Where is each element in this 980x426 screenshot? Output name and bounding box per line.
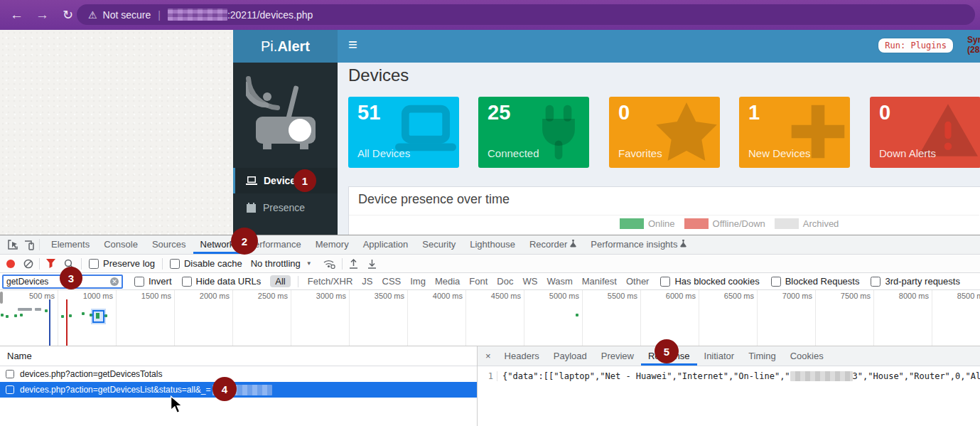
response-tab-cookies[interactable]: Cookies: [783, 347, 831, 366]
inspect-element-icon[interactable]: [7, 239, 18, 250]
throttling-select[interactable]: No throttling: [251, 258, 301, 269]
tab-label: Performance insights: [591, 235, 677, 254]
filter-type-wasm[interactable]: Wasm: [546, 276, 572, 287]
summary-card-connected[interactable]: 25Connected: [478, 97, 589, 168]
timeline-scroll-nub[interactable]: [0, 292, 3, 304]
tab-label: Lighthouse: [470, 235, 515, 254]
invert-label: Invert: [149, 276, 172, 287]
close-icon[interactable]: ×: [478, 351, 497, 361]
app-header: [233, 30, 980, 63]
desktop-background: [0, 30, 233, 235]
tab-label: Recorder: [529, 235, 567, 254]
filter-type-js[interactable]: JS: [362, 276, 372, 287]
back-icon[interactable]: ←: [10, 0, 23, 30]
forward-icon[interactable]: →: [36, 0, 49, 30]
sidebar-item-presence[interactable]: Presence: [233, 193, 340, 222]
response-tab-payload[interactable]: Payload: [546, 347, 594, 366]
response-text-prefix: {"data":[["laptop","Net - Huawei","Inter…: [502, 371, 790, 381]
checkbox-blocked-requests[interactable]: [771, 277, 781, 287]
filter-type-css[interactable]: CSS: [382, 276, 402, 287]
request-list-header[interactable]: Name: [0, 346, 477, 366]
invert-checkbox[interactable]: [134, 277, 144, 287]
tab-security[interactable]: Security: [415, 235, 463, 254]
response-body: 1 {"data":[["laptop","Net - Huawei","Int…: [478, 366, 980, 381]
run-plugins-button[interactable]: Run: Plugins: [878, 38, 953, 53]
filter-type-fetch-xhr[interactable]: Fetch/XHR: [308, 276, 353, 287]
card-value: 0: [879, 101, 890, 124]
row-checkbox[interactable]: [6, 385, 14, 394]
checkbox-3rd-party-requests[interactable]: [871, 277, 881, 287]
timeline-gridline: [699, 290, 699, 346]
response-tab-preview[interactable]: Preview: [594, 347, 641, 366]
request-dot: [104, 314, 107, 317]
response-tab-initiator[interactable]: Initiator: [697, 347, 742, 366]
hamburger-menu-icon[interactable]: ≡: [348, 36, 357, 54]
filter-type-media[interactable]: Media: [435, 276, 460, 287]
chart-legend: OnlineOffline/DownArchived: [620, 218, 839, 229]
tab-memory[interactable]: Memory: [308, 235, 356, 254]
reload-icon[interactable]: ↻: [63, 0, 73, 30]
redacted-mac: [790, 371, 853, 381]
timeline-tick-label: 7000 ms: [774, 292, 812, 300]
tab-console[interactable]: Console: [97, 235, 145, 254]
summary-card-down-alerts[interactable]: 0Down Alerts: [870, 97, 980, 168]
legend-swatch: [775, 218, 799, 229]
card-label: Connected: [488, 147, 539, 159]
hide-data-urls-checkbox[interactable]: [182, 277, 192, 287]
table-row[interactable]: devices.php?action=getDevicesTotals: [0, 366, 477, 382]
selected-request-marker[interactable]: [92, 310, 104, 323]
tab-label: Cookies: [790, 347, 824, 366]
tab-elements[interactable]: Elements: [44, 235, 97, 254]
table-row[interactable]: devices.php?action=getDevicesList&status…: [0, 382, 477, 398]
response-tab-timing[interactable]: Timing: [741, 347, 783, 366]
timeline-gridline: [815, 290, 816, 346]
record-network-log-icon[interactable]: [6, 260, 15, 268]
tab-label: Console: [104, 235, 138, 254]
sidebar-item-devices[interactable]: Devices: [233, 168, 340, 193]
redacted-host: [168, 9, 227, 21]
summary-card-new-devices[interactable]: 1New Devices: [739, 97, 850, 168]
logo-pi: Pi.: [261, 38, 277, 54]
timeline-tick-label: 1000 ms: [75, 292, 113, 300]
toggle-device-toolbar-icon[interactable]: [23, 240, 35, 250]
timeline-gridline: [582, 290, 583, 346]
export-har-icon[interactable]: [367, 259, 377, 269]
summary-card-all-devices[interactable]: 51All Devices: [348, 97, 459, 168]
filter-type-img[interactable]: Img: [410, 276, 426, 287]
network-overview-timeline[interactable]: 500 ms1000 ms1500 ms2000 ms2500 ms3000 m…: [0, 290, 980, 346]
tab-sources[interactable]: Sources: [145, 235, 193, 254]
address-bar[interactable]: ⚠ Not secure | :20211/devices.php: [77, 4, 975, 25]
clear-network-log-icon[interactable]: [23, 259, 33, 269]
response-tab-headers[interactable]: Headers: [497, 347, 546, 366]
tab-label: Preview: [601, 347, 634, 366]
timeline-tick-label: 5000 ms: [541, 292, 579, 300]
row-checkbox[interactable]: [6, 370, 14, 378]
page-title: Devices: [348, 65, 409, 85]
summary-card-favorites[interactable]: 0Favorites: [609, 97, 720, 168]
header-corner-text: Syn (28,: [967, 35, 980, 56]
tab-application[interactable]: Application: [356, 235, 416, 254]
tab-performance-insights[interactable]: Performance insights: [583, 235, 694, 254]
disable-cache-label: Disable cache: [184, 258, 242, 269]
filter-funnel-icon[interactable]: [45, 259, 56, 268]
network-conditions-icon[interactable]: [323, 259, 335, 269]
filter-type-ws[interactable]: WS: [522, 276, 537, 287]
clear-filter-icon[interactable]: ✕: [110, 277, 119, 286]
filter-type-doc[interactable]: Doc: [497, 276, 513, 287]
filter-type-all[interactable]: All: [270, 275, 290, 287]
filter-type-manifest[interactable]: Manifest: [582, 276, 617, 287]
tab-lighthouse[interactable]: Lighthouse: [463, 235, 522, 254]
extra-filter-checkboxes: Has blocked cookiesBlocked Requests3rd-p…: [649, 276, 960, 287]
filter-type-other[interactable]: Other: [626, 276, 650, 287]
card-value: 25: [488, 101, 510, 124]
checkbox-label: Has blocked cookies: [674, 276, 759, 287]
timeline-tick-label: 6500 ms: [716, 292, 754, 300]
checkbox-has-blocked-cookies[interactable]: [660, 277, 670, 287]
legend-label: Archived: [803, 218, 839, 229]
preserve-log-checkbox[interactable]: [89, 259, 99, 269]
filter-type-font[interactable]: Font: [469, 276, 488, 287]
app-logo[interactable]: Pi.Alert: [233, 30, 338, 63]
disable-cache-checkbox[interactable]: [170, 259, 180, 269]
import-har-icon[interactable]: [349, 259, 358, 269]
tab-recorder[interactable]: Recorder: [522, 235, 583, 254]
